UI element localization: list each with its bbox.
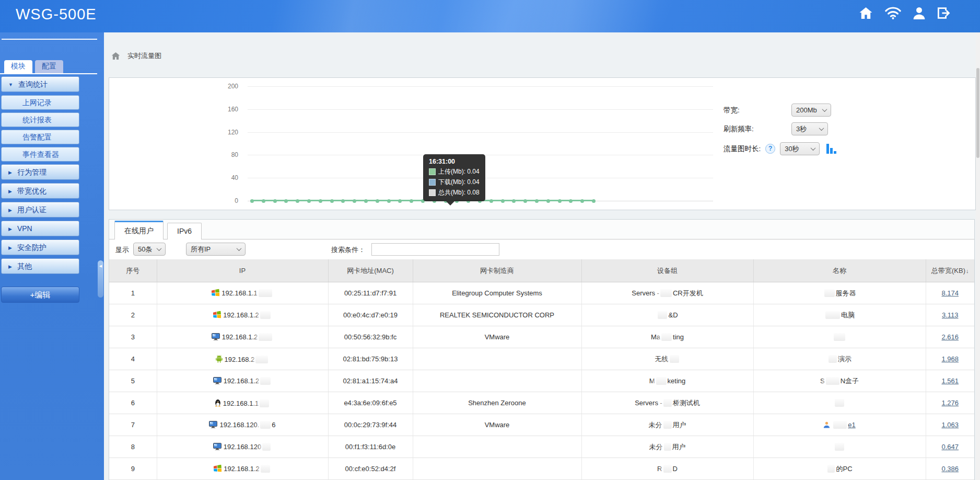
sidebar-collapse-handle[interactable]: ◀ [98, 260, 103, 298]
cell-device-group: Mketing [581, 370, 753, 392]
linux-icon [215, 399, 221, 407]
bandwidth-link[interactable]: 3.113 [942, 311, 959, 319]
sidebar-item-user-auth[interactable]: ▶用户认证 [1, 202, 79, 218]
sidebar-subitem-internet-records[interactable]: 上网记录 [1, 95, 79, 110]
page-size-select[interactable]: 50条 [133, 243, 166, 256]
sidebar-subitem-stats-reports[interactable]: 统计报表 [1, 112, 79, 127]
home-icon[interactable] [859, 7, 873, 19]
tab-ipv6[interactable]: IPv6 [167, 223, 202, 239]
chevron-down-icon [822, 107, 827, 112]
header-icons [859, 7, 951, 19]
chart-dot [569, 199, 573, 203]
bandwidth-link[interactable]: 1.968 [941, 355, 959, 363]
sidebar-subitem-event-viewer[interactable]: 事件查看器 [1, 147, 79, 162]
bar-chart-icon[interactable] [826, 144, 837, 154]
chart-dot [330, 199, 334, 203]
column-header[interactable]: 总带宽(KB)↓ [926, 259, 974, 282]
sidebar-item-security[interactable]: ▶安全防护 [1, 239, 79, 255]
help-icon[interactable]: ? [765, 144, 775, 154]
column-header[interactable]: IP [157, 259, 328, 282]
bandwidth-link[interactable]: 1.276 [941, 399, 959, 407]
redaction-blur [660, 289, 672, 297]
sidebar-tab-modules[interactable]: 模块 [4, 60, 32, 73]
cell-index: 6 [109, 392, 157, 414]
table-row: 3192.168.1.200:50:56:32:9b:fcVMwareMatin… [109, 326, 974, 348]
grid-line [248, 86, 713, 87]
y-tick-label: 0 [209, 197, 238, 204]
redaction-blur [260, 421, 271, 429]
sidebar-item-label: 其他 [17, 262, 32, 270]
cell-bandwidth: 3.113 [926, 304, 974, 326]
logout-icon[interactable] [937, 7, 951, 19]
bandwidth-link[interactable]: 0.647 [941, 443, 959, 451]
bandwidth-link[interactable]: 8.174 [941, 289, 959, 297]
bandwidth-link[interactable]: 2.616 [941, 333, 959, 341]
wifi-icon[interactable] [885, 7, 901, 19]
duration-select[interactable]: 30秒 [780, 142, 820, 155]
cell-bandwidth: 0.386 [926, 458, 974, 480]
sidebar-item-query-stats[interactable]: ▼查询统计 [1, 76, 79, 92]
cell-bandwidth: 0.647 [926, 436, 974, 458]
column-header[interactable]: 网卡地址(MAC) [328, 259, 413, 282]
tooltip-series-row: 上传(Mb): 0.04 [429, 167, 480, 176]
cell-index: 8 [109, 436, 157, 458]
bandwidth-link[interactable]: 1.561 [941, 377, 959, 385]
scrollbar-thumb[interactable] [976, 68, 979, 158]
refresh-select[interactable]: 3秒 [791, 122, 828, 135]
cell-ip: 192.168.2 [157, 348, 328, 370]
cell-index: 2 [109, 304, 157, 326]
column-header[interactable]: 网卡制造商 [413, 259, 581, 282]
sidebar-item-others[interactable]: ▶其他 [1, 258, 79, 274]
redaction-blur [824, 289, 835, 297]
cell-device-group: Servers -桥测试机 [581, 392, 753, 414]
sidebar-item-label: 用户认证 [17, 205, 46, 214]
redaction-blur [259, 289, 272, 297]
sidebar-item-vpn[interactable]: ▶VPN [1, 221, 79, 236]
y-tick-label: 40 [209, 174, 238, 181]
chart-dot [284, 199, 288, 203]
user-icon[interactable] [913, 7, 925, 19]
windows-icon [213, 311, 221, 318]
cell-device-group: 未分用户 [581, 436, 753, 458]
search-input[interactable] [371, 243, 499, 256]
chevron-right-icon: ▶ [8, 203, 12, 218]
cell-index: 1 [109, 282, 157, 304]
user-icon [823, 421, 830, 428]
ip-filter-select[interactable]: 所有IP [186, 243, 246, 256]
cell-vendor [413, 436, 581, 458]
redaction-blur [834, 333, 845, 341]
sidebar-item-behavior-mgmt[interactable]: ▶行为管理 [1, 164, 79, 180]
chart-dot [364, 199, 368, 203]
cell-name: e1 [753, 414, 926, 436]
cell-mac: 00:25:11:d7:f7:91 [328, 282, 413, 304]
tab-online-users[interactable]: 在线用户 [114, 221, 164, 239]
cell-device-group: Mating [581, 326, 753, 348]
cell-vendor: VMware [413, 326, 581, 348]
sidebar-subitem-alarm-config[interactable]: 告警配置 [1, 130, 79, 144]
vertical-scrollbar[interactable] [976, 32, 980, 480]
bandwidth-link[interactable]: 1.063 [941, 421, 959, 429]
edit-button[interactable]: +编辑 [1, 287, 79, 303]
chart-dot [546, 199, 550, 203]
chevron-right-icon: ▶ [8, 184, 12, 199]
chart-dot [262, 199, 265, 203]
bandwidth-link[interactable]: 0.386 [941, 465, 959, 473]
bandwidth-select[interactable]: 200Mb [791, 104, 831, 117]
chart-dot [341, 199, 345, 203]
chevron-down-icon [811, 145, 816, 151]
column-header[interactable]: 设备组 [581, 259, 753, 282]
cell-vendor: VMware [413, 414, 581, 436]
sidebar-tab-config[interactable]: 配置 [35, 60, 63, 73]
redaction-blur [835, 443, 844, 451]
column-header[interactable]: 名称 [753, 259, 926, 282]
column-header[interactable]: 序号 [109, 259, 157, 282]
cell-mac: 00:cf:e0:52:d4:2f [328, 458, 413, 480]
breadcrumb-home-icon[interactable] [111, 52, 120, 60]
tooltip-time: 16:31:00 [429, 158, 480, 165]
cell-mac: 00:f1:f3:11:6d:0e [328, 436, 413, 458]
tooltip-series-row: 下载(Mb): 0.04 [429, 178, 480, 187]
table-row: 9192.168.1.200:cf:e0:52:d4:2fRD的PC0.386 [109, 458, 974, 480]
sidebar-tabs: 模块配置 [4, 60, 63, 73]
sidebar-item-bandwidth-opt[interactable]: ▶带宽优化 [1, 183, 79, 199]
main-content: 实时流量图 20016012080400 16:31:00 上传(Mb): 0.… [104, 32, 980, 480]
